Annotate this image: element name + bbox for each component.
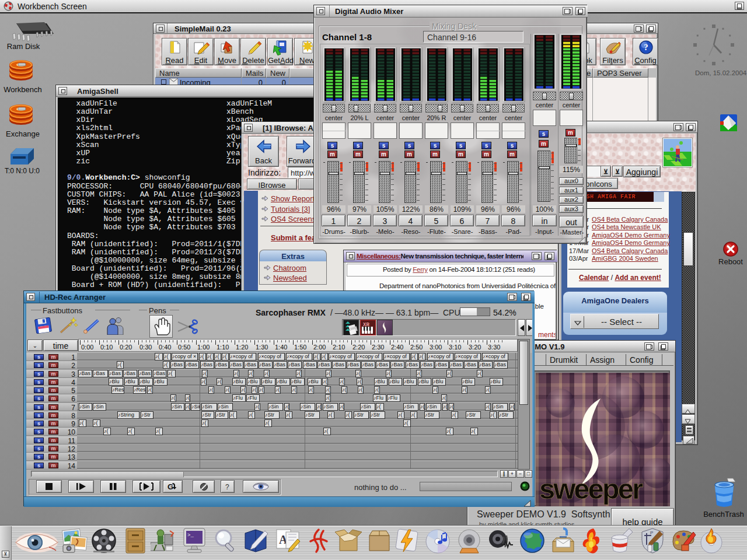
svg-text:P: P	[650, 530, 653, 536]
svg-text:>_: >_	[187, 533, 194, 538]
svg-text:sweeper: sweeper	[539, 473, 643, 505]
svg-text:?: ?	[225, 483, 229, 491]
svg-text:?: ?	[644, 43, 648, 52]
